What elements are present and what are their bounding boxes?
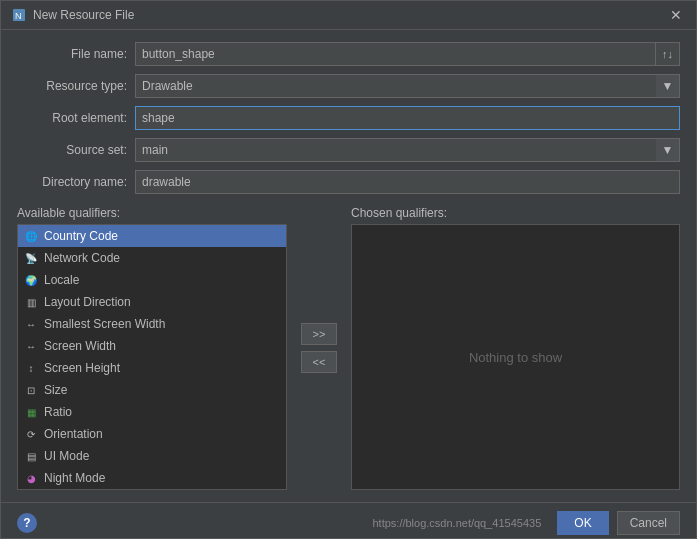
add-qualifier-button[interactable]: >> xyxy=(301,323,337,345)
qualifiers-section: Available qualifiers: 🌐Country Code📡Netw… xyxy=(17,206,680,490)
qualifier-item-smallest-screen-width[interactable]: ↔Smallest Screen Width xyxy=(18,313,286,335)
source-set-select[interactable]: main xyxy=(135,138,680,162)
root-element-label: Root element: xyxy=(17,111,127,125)
title-bar-left: N New Resource File xyxy=(11,7,134,23)
locale-icon: 🌍 xyxy=(24,273,38,287)
chosen-qualifiers-container: Chosen qualifiers: Nothing to show xyxy=(351,206,680,490)
dialog-icon: N xyxy=(11,7,27,23)
ok-button[interactable]: OK xyxy=(557,511,608,535)
nothing-to-show-text: Nothing to show xyxy=(469,350,562,365)
directory-name-input[interactable] xyxy=(135,170,680,194)
smallest-screen-width-icon: ↔ xyxy=(24,317,38,331)
source-set-select-wrapper: main ▼ xyxy=(135,138,680,162)
file-name-label: File name: xyxy=(17,47,127,61)
source-set-label: Source set: xyxy=(17,143,127,157)
country-code-label: Country Code xyxy=(44,229,118,243)
resource-type-select[interactable]: Drawable xyxy=(135,74,680,98)
screen-width-label: Screen Width xyxy=(44,339,116,353)
root-element-row: Root element: xyxy=(17,106,680,130)
title-bar: N New Resource File ✕ xyxy=(1,1,696,30)
chosen-qualifiers-label: Chosen qualifiers: xyxy=(351,206,680,220)
root-element-input[interactable] xyxy=(135,106,680,130)
night-mode-label: Night Mode xyxy=(44,471,105,485)
close-button[interactable]: ✕ xyxy=(666,7,686,23)
screen-height-icon: ↕ xyxy=(24,361,38,375)
qualifier-item-ratio[interactable]: ▦Ratio xyxy=(18,401,286,423)
chosen-qualifiers-area: Nothing to show xyxy=(351,224,680,490)
screen-height-label: Screen Height xyxy=(44,361,120,375)
source-set-row: Source set: main ▼ xyxy=(17,138,680,162)
qualifier-item-locale[interactable]: 🌍Locale xyxy=(18,269,286,291)
cancel-button[interactable]: Cancel xyxy=(617,511,680,535)
help-button[interactable]: ? xyxy=(17,513,37,533)
qualifier-item-night-mode[interactable]: ◕Night Mode xyxy=(18,467,286,489)
network-code-icon: 📡 xyxy=(24,251,38,265)
footer-right-group: https://blog.csdn.net/qq_41545435 OK Can… xyxy=(372,511,680,535)
layout-direction-label: Layout Direction xyxy=(44,295,131,309)
file-name-input-group: ↑↓ xyxy=(135,42,680,66)
size-label: Size xyxy=(44,383,67,397)
footer-url: https://blog.csdn.net/qq_41545435 xyxy=(372,517,541,529)
resource-type-label: Resource type: xyxy=(17,79,127,93)
locale-label: Locale xyxy=(44,273,79,287)
country-code-icon: 🌐 xyxy=(24,229,38,243)
orientation-label: Orientation xyxy=(44,427,103,441)
dialog-title: New Resource File xyxy=(33,8,134,22)
qualifier-item-ui-mode[interactable]: ▤UI Mode xyxy=(18,445,286,467)
orientation-icon: ⟳ xyxy=(24,427,38,441)
directory-name-row: Directory name: xyxy=(17,170,680,194)
smallest-screen-width-label: Smallest Screen Width xyxy=(44,317,165,331)
ui-mode-label: UI Mode xyxy=(44,449,89,463)
qualifier-item-orientation[interactable]: ⟳Orientation xyxy=(18,423,286,445)
available-qualifiers-label: Available qualifiers: xyxy=(17,206,287,220)
file-name-input[interactable] xyxy=(135,42,656,66)
ratio-icon: ▦ xyxy=(24,405,38,419)
available-qualifiers-container: Available qualifiers: 🌐Country Code📡Netw… xyxy=(17,206,287,490)
night-mode-icon: ◕ xyxy=(24,471,38,485)
layout-direction-icon: ▥ xyxy=(24,295,38,309)
directory-name-label: Directory name: xyxy=(17,175,127,189)
remove-qualifier-button[interactable]: << xyxy=(301,351,337,373)
resource-type-select-wrapper: Drawable ▼ xyxy=(135,74,680,98)
screen-width-icon: ↔ xyxy=(24,339,38,353)
qualifier-item-size[interactable]: ⊡Size xyxy=(18,379,286,401)
qualifier-item-layout-direction[interactable]: ▥Layout Direction xyxy=(18,291,286,313)
new-resource-file-dialog: N New Resource File ✕ File name: ↑↓ Reso… xyxy=(0,0,697,539)
qualifier-transfer-buttons: >> << xyxy=(295,206,343,490)
qualifier-item-screen-height[interactable]: ↕Screen Height xyxy=(18,357,286,379)
file-name-row: File name: ↑↓ xyxy=(17,42,680,66)
sort-button[interactable]: ↑↓ xyxy=(656,42,680,66)
dialog-content: File name: ↑↓ Resource type: Drawable ▼ … xyxy=(1,30,696,502)
network-code-label: Network Code xyxy=(44,251,120,265)
qualifier-item-country-code[interactable]: 🌐Country Code xyxy=(18,225,286,247)
footer-left: ? xyxy=(17,513,37,533)
qualifier-item-network-code[interactable]: 📡Network Code xyxy=(18,247,286,269)
available-qualifiers-list: 🌐Country Code📡Network Code🌍Locale▥Layout… xyxy=(17,224,287,490)
qualifier-item-screen-width[interactable]: ↔Screen Width xyxy=(18,335,286,357)
ui-mode-icon: ▤ xyxy=(24,449,38,463)
size-icon: ⊡ xyxy=(24,383,38,397)
resource-type-row: Resource type: Drawable ▼ xyxy=(17,74,680,98)
ratio-label: Ratio xyxy=(44,405,72,419)
dialog-footer: ? https://blog.csdn.net/qq_41545435 OK C… xyxy=(1,502,696,539)
svg-text:N: N xyxy=(15,11,22,21)
